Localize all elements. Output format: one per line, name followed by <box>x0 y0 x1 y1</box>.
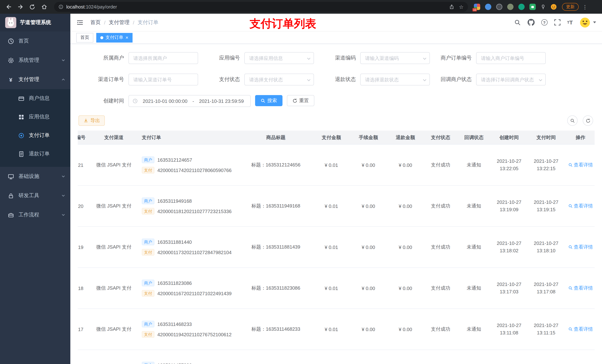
merchant-select[interactable] <box>129 52 198 64</box>
reload-icon[interactable] <box>28 3 36 11</box>
profile-avatar-icon[interactable] <box>550 4 557 10</box>
address-bar[interactable]: localhost:1024/pay/order ☆ <box>54 2 468 12</box>
toggle-search-button[interactable] <box>567 115 578 126</box>
pay-status-select[interactable] <box>244 74 314 85</box>
table-header-row: 编号 支付渠道 支付订单 商品标题 支付金额 手续金额 退款金额 支付状态 回调… <box>78 131 595 145</box>
sidebar-item-payment[interactable]: ¥ 支付管理 <box>0 70 70 89</box>
cell-status: 支付成功 <box>424 285 457 291</box>
channel-order-input[interactable] <box>129 74 198 85</box>
sidebar-item-merchant-info[interactable]: 商户信息 <box>0 89 70 108</box>
search-icon[interactable] <box>514 19 521 26</box>
user-menu[interactable] <box>580 17 596 28</box>
sidebar-item-home[interactable]: 首页 <box>0 31 70 51</box>
extension-icon[interactable] <box>529 4 536 10</box>
breadcrumb-separator: / <box>104 20 106 25</box>
view-detail-link[interactable]: 查看详情 <box>568 285 593 291</box>
briefcase-icon <box>7 212 14 218</box>
hamburger-icon[interactable] <box>76 19 84 26</box>
refresh-table-button[interactable] <box>583 115 593 126</box>
sidebar-item-app-info[interactable]: 应用信息 <box>0 108 70 126</box>
merchant-order-input[interactable] <box>476 52 546 64</box>
help-icon[interactable]: ? <box>541 19 547 26</box>
cell-channel: 微信 JSAPI 支付 <box>89 162 139 168</box>
cell-channel: 微信 JSAPI 支付 <box>89 326 139 333</box>
search-button[interactable]: 搜索 <box>255 95 282 106</box>
extension-icon[interactable] <box>507 4 514 10</box>
sidebar-item-workflow[interactable]: 工作流程 <box>0 205 70 225</box>
date-end: 2021-10-31 23:59:59 <box>196 98 247 104</box>
yen-icon: ¥ <box>7 76 14 83</box>
col-pay-time: 支付时间 <box>527 134 565 141</box>
cell-order: 商户1635311468233 支付4200001194202110276752… <box>139 321 239 338</box>
col-order: 支付订单 <box>139 134 239 141</box>
cell-order: 商户1635311949168 支付4200001181202110277723… <box>139 198 239 215</box>
extension-icon[interactable]: 10 <box>474 4 480 10</box>
export-button-label: 导出 <box>90 117 100 124</box>
cell-refund: ¥ 0.00 <box>387 326 424 332</box>
filter-refund-status: 退款状态 <box>314 74 430 85</box>
bookmark-star-icon[interactable]: ☆ <box>459 4 463 10</box>
app-select[interactable] <box>244 52 314 64</box>
sidebar-item-label: 基础设施 <box>19 173 39 180</box>
document-icon <box>18 151 24 157</box>
forward-icon[interactable] <box>16 3 24 11</box>
date-separator: - <box>193 98 194 104</box>
merchant-tag: 商户 <box>142 362 154 364</box>
cell-notify: 未通知 <box>457 244 491 250</box>
reset-button[interactable]: 重置 <box>287 95 314 106</box>
main-content: 所属商户 应用编号 渠道编码 <box>70 44 602 364</box>
export-button[interactable]: 导出 <box>78 115 105 126</box>
cell-status: 支付成功 <box>424 162 457 168</box>
tags-view-bar: 首页 支付订单 × <box>70 31 602 44</box>
extension-icon[interactable] <box>485 4 491 10</box>
sidebar-item-dev-tools[interactable]: 研发工具 <box>0 186 70 205</box>
tab-close-icon[interactable]: × <box>126 35 128 40</box>
filter-form: 所属商户 应用编号 渠道编码 <box>82 52 595 107</box>
table-row: 19 微信 JSAPI 支付 商户1635311881440 支付4200001… <box>78 227 595 268</box>
extension-icon[interactable] <box>496 4 502 10</box>
tab-home[interactable]: 首页 <box>76 33 93 42</box>
view-detail-link[interactable]: 查看详情 <box>568 326 593 333</box>
merchant-tag: 商户 <box>142 198 154 204</box>
github-icon[interactable] <box>527 19 534 26</box>
merchant-order-no: 1635312124657 <box>157 157 192 163</box>
home-icon[interactable] <box>40 3 48 11</box>
view-detail-link[interactable]: 查看详情 <box>568 162 593 168</box>
merchant-tag: 商户 <box>142 321 154 327</box>
cell-amount: ¥ 0.01 <box>313 203 350 209</box>
channel-code-select[interactable] <box>360 52 430 64</box>
cell-pay-time: 2021-10-2713:18:10 <box>527 240 565 254</box>
breadcrumb-payment[interactable]: 支付管理 <box>109 19 129 26</box>
sidebar-item-pay-order[interactable]: 支付订单 <box>0 126 70 145</box>
extension-icon[interactable] <box>518 4 525 10</box>
breadcrumb-home[interactable]: 首页 <box>90 19 101 26</box>
date-range-input[interactable]: 2021-10-01 00:00:00 - 2021-10-31 23:59:5… <box>129 95 251 107</box>
sidebar-item-system[interactable]: 系统管理 <box>0 51 70 70</box>
fullscreen-icon[interactable] <box>554 19 560 26</box>
breadcrumb-current: 支付订单 <box>138 19 159 26</box>
site-info-icon[interactable] <box>58 4 63 9</box>
sidebar-item-infrastructure[interactable]: 基础设施 <box>0 167 70 186</box>
browser-menu-icon[interactable]: ⋮ <box>582 4 588 10</box>
sidebar-item-refund-order[interactable]: 退款订单 <box>0 145 70 163</box>
view-detail-link[interactable]: 查看详情 <box>568 244 593 250</box>
share-icon[interactable] <box>449 4 454 10</box>
merchant-tag: 商户 <box>142 280 154 286</box>
view-detail-link[interactable]: 查看详情 <box>568 203 593 209</box>
notify-status-select[interactable] <box>476 74 546 85</box>
clock-icon <box>133 98 138 104</box>
back-icon[interactable] <box>4 3 13 11</box>
chrome-update-button[interactable]: 更新 <box>562 3 579 11</box>
extensions-area: 10 <box>474 4 557 10</box>
extensions-pin-icon[interactable] <box>540 4 546 10</box>
table-row: 21 微信 JSAPI 支付 商户1635312124657 支付4200001… <box>78 145 595 186</box>
cell-title: 标题：1635311881439 <box>239 244 313 250</box>
caret-down-icon <box>593 21 596 23</box>
cell-order: 商户1635311457236 <box>139 350 239 364</box>
refund-status-select[interactable] <box>360 74 430 85</box>
pay-order-no: 4200001181202110277723215336 <box>157 208 232 214</box>
sidebar-item-label: 商户信息 <box>29 95 50 102</box>
font-size-icon[interactable]: TT <box>567 19 573 26</box>
filter-channel-order-no: 渠道订单号 <box>82 74 198 85</box>
tab-pay-order[interactable]: 支付订单 × <box>96 33 132 42</box>
